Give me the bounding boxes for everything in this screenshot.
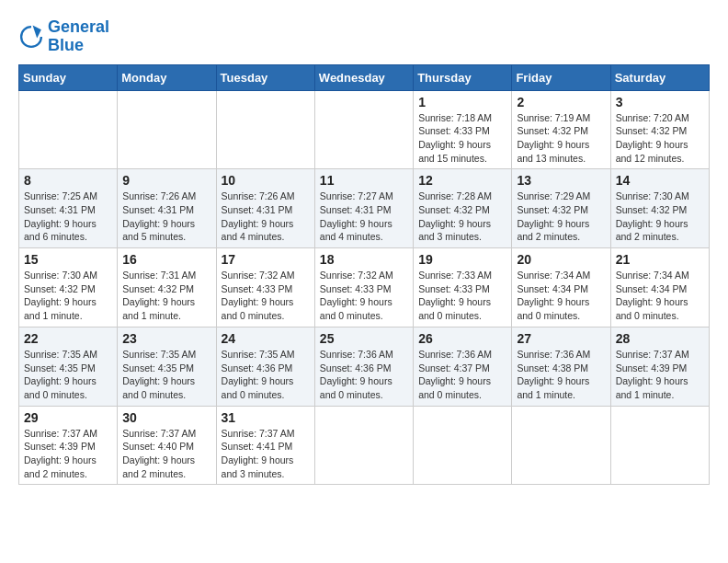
calendar-day: 23Sunrise: 7:35 AMSunset: 4:35 PMDayligh… [118,327,216,406]
day-number: 24 [222,331,310,346]
day-number: 22 [24,331,112,346]
day-number: 9 [122,173,210,188]
day-info: Sunrise: 7:32 AMSunset: 4:33 PMDaylight:… [320,269,408,323]
calendar-day: 25Sunrise: 7:36 AMSunset: 4:36 PMDayligh… [314,327,413,406]
day-number: 16 [122,252,210,267]
calendar-day: 17Sunrise: 7:32 AMSunset: 4:33 PMDayligh… [216,248,314,327]
day-info: Sunrise: 7:31 AMSunset: 4:32 PMDaylight:… [122,269,210,323]
calendar-day: 28Sunrise: 7:37 AMSunset: 4:39 PMDayligh… [610,327,709,406]
calendar-header: SundayMondayTuesdayWednesdayThursdayFrid… [19,64,710,90]
calendar-day: 15Sunrise: 7:30 AMSunset: 4:32 PMDayligh… [19,248,118,327]
day-info: Sunrise: 7:29 AMSunset: 4:32 PMDaylight:… [517,190,605,244]
day-header-monday: Monday [118,64,216,90]
calendar-body: 1Sunrise: 7:18 AMSunset: 4:33 PMDaylight… [19,90,710,485]
page-header: General Blue [18,18,710,55]
day-number: 15 [24,252,112,267]
day-number: 12 [418,173,506,188]
calendar-day [314,90,413,169]
day-number: 25 [320,331,408,346]
calendar-day [314,406,413,485]
calendar-day: 30Sunrise: 7:37 AMSunset: 4:40 PMDayligh… [118,406,216,485]
day-number: 31 [222,410,310,425]
day-info: Sunrise: 7:35 AMSunset: 4:36 PMDaylight:… [222,348,310,402]
logo: General Blue [18,18,109,55]
day-number: 3 [616,95,704,109]
calendar-day: 20Sunrise: 7:34 AMSunset: 4:34 PMDayligh… [512,248,610,327]
day-info: Sunrise: 7:28 AMSunset: 4:32 PMDaylight:… [418,190,506,244]
calendar-day: 1Sunrise: 7:18 AMSunset: 4:33 PMDaylight… [414,90,512,169]
day-info: Sunrise: 7:30 AMSunset: 4:32 PMDaylight:… [616,190,704,244]
day-info: Sunrise: 7:37 AMSunset: 4:39 PMDaylight:… [616,348,704,402]
day-number: 26 [418,331,506,346]
day-number: 1 [418,95,506,109]
calendar-day [118,90,216,169]
day-info: Sunrise: 7:36 AMSunset: 4:36 PMDaylight:… [320,348,408,402]
calendar-day [512,406,610,485]
day-info: Sunrise: 7:32 AMSunset: 4:33 PMDaylight:… [222,269,310,323]
day-number: 2 [517,95,605,109]
calendar-table: SundayMondayTuesdayWednesdayThursdayFrid… [18,64,710,486]
day-number: 28 [616,331,704,346]
calendar-day: 14Sunrise: 7:30 AMSunset: 4:32 PMDayligh… [610,169,709,248]
day-header-sunday: Sunday [19,64,118,90]
calendar-day [216,90,314,169]
calendar-day: 31Sunrise: 7:37 AMSunset: 4:41 PMDayligh… [216,406,314,485]
calendar-day [19,90,118,169]
day-info: Sunrise: 7:35 AMSunset: 4:35 PMDaylight:… [24,348,112,402]
calendar-day: 16Sunrise: 7:31 AMSunset: 4:32 PMDayligh… [118,248,216,327]
calendar-day: 9Sunrise: 7:26 AMSunset: 4:31 PMDaylight… [118,169,216,248]
calendar-week-row: 1Sunrise: 7:18 AMSunset: 4:33 PMDaylight… [19,90,710,169]
day-number: 11 [320,173,408,188]
day-info: Sunrise: 7:18 AMSunset: 4:33 PMDaylight:… [418,111,506,166]
calendar-day: 13Sunrise: 7:29 AMSunset: 4:32 PMDayligh… [512,169,610,248]
day-number: 30 [122,410,210,425]
calendar-day [414,406,512,485]
day-number: 14 [616,173,704,188]
calendar-day: 21Sunrise: 7:34 AMSunset: 4:34 PMDayligh… [610,248,709,327]
calendar-day: 8Sunrise: 7:25 AMSunset: 4:31 PMDaylight… [19,169,118,248]
day-info: Sunrise: 7:26 AMSunset: 4:31 PMDaylight:… [122,190,210,244]
calendar-day: 19Sunrise: 7:33 AMSunset: 4:33 PMDayligh… [414,248,512,327]
day-number: 29 [24,410,112,425]
day-number: 10 [222,173,310,188]
day-info: Sunrise: 7:19 AMSunset: 4:32 PMDaylight:… [517,111,605,166]
day-info: Sunrise: 7:37 AMSunset: 4:41 PMDaylight:… [222,427,310,481]
day-info: Sunrise: 7:33 AMSunset: 4:33 PMDaylight:… [418,269,506,323]
calendar-day: 12Sunrise: 7:28 AMSunset: 4:32 PMDayligh… [414,169,512,248]
day-header-tuesday: Tuesday [216,64,314,90]
day-info: Sunrise: 7:36 AMSunset: 4:37 PMDaylight:… [418,348,506,402]
day-info: Sunrise: 7:27 AMSunset: 4:31 PMDaylight:… [320,190,408,244]
day-info: Sunrise: 7:36 AMSunset: 4:38 PMDaylight:… [517,348,605,402]
day-number: 19 [418,252,506,267]
calendar-day: 2Sunrise: 7:19 AMSunset: 4:32 PMDaylight… [512,90,610,169]
calendar-week-row: 22Sunrise: 7:35 AMSunset: 4:35 PMDayligh… [19,327,710,406]
logo-icon [18,24,44,50]
calendar-week-row: 29Sunrise: 7:37 AMSunset: 4:39 PMDayligh… [19,406,710,485]
day-number: 23 [122,331,210,346]
day-info: Sunrise: 7:34 AMSunset: 4:34 PMDaylight:… [517,269,605,323]
day-info: Sunrise: 7:37 AMSunset: 4:40 PMDaylight:… [122,427,210,481]
day-number: 18 [320,252,408,267]
day-header-thursday: Thursday [414,64,512,90]
day-info: Sunrise: 7:37 AMSunset: 4:39 PMDaylight:… [24,427,112,481]
day-header-friday: Friday [512,64,610,90]
day-info: Sunrise: 7:26 AMSunset: 4:31 PMDaylight:… [222,190,310,244]
calendar-week-row: 8Sunrise: 7:25 AMSunset: 4:31 PMDaylight… [19,169,710,248]
day-number: 21 [616,252,704,267]
calendar-day: 22Sunrise: 7:35 AMSunset: 4:35 PMDayligh… [19,327,118,406]
day-number: 13 [517,173,605,188]
calendar-day: 11Sunrise: 7:27 AMSunset: 4:31 PMDayligh… [314,169,413,248]
day-number: 17 [222,252,310,267]
day-info: Sunrise: 7:35 AMSunset: 4:35 PMDaylight:… [122,348,210,402]
day-info: Sunrise: 7:25 AMSunset: 4:31 PMDaylight:… [24,190,112,244]
calendar-day: 10Sunrise: 7:26 AMSunset: 4:31 PMDayligh… [216,169,314,248]
calendar-day: 24Sunrise: 7:35 AMSunset: 4:36 PMDayligh… [216,327,314,406]
day-info: Sunrise: 7:20 AMSunset: 4:32 PMDaylight:… [616,111,704,166]
calendar-day: 3Sunrise: 7:20 AMSunset: 4:32 PMDaylight… [610,90,709,169]
logo-text: General Blue [48,18,109,55]
day-number: 27 [517,331,605,346]
day-header-wednesday: Wednesday [314,64,413,90]
calendar-day: 29Sunrise: 7:37 AMSunset: 4:39 PMDayligh… [19,406,118,485]
calendar-day: 26Sunrise: 7:36 AMSunset: 4:37 PMDayligh… [414,327,512,406]
day-number: 20 [517,252,605,267]
